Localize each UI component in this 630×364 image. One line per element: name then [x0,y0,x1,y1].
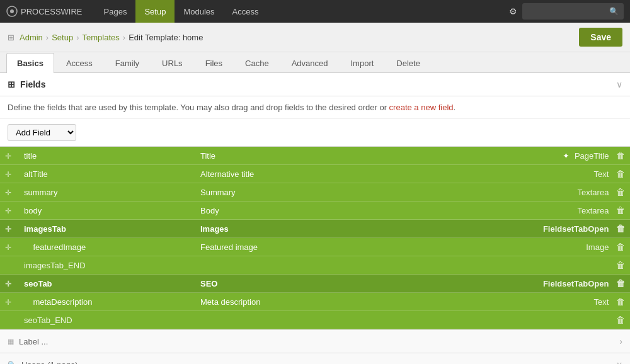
field-label: Featured image [200,242,258,252]
drag-handle-icon[interactable]: ✛ [5,207,11,215]
delete-icon[interactable]: 🗑 [611,242,625,252]
label-section-text: Label ... [19,337,48,346]
tab-urls[interactable]: URLs [151,53,193,73]
table-row: ✛ imagesTab Images FieldsetTabOpen 🗑 [0,220,630,238]
table-row: ✛ metaDescription Meta description Text … [0,293,630,311]
nav-pages[interactable]: Pages [95,0,136,23]
breadcrumb-bar: ⊞ Admin › Setup › Templates › Edit Templ… [0,23,630,52]
table-row: ✛ body Body Textarea 🗑 [0,202,630,220]
tab-basics[interactable]: Basics [6,53,54,73]
field-name: altTitle [24,169,48,179]
drag-handle-icon[interactable]: ✛ [5,298,11,307]
drag-handle-cell: ✛ [0,238,19,256]
delete-icon[interactable]: 🗑 [611,260,625,270]
drag-handle-icon[interactable]: ✛ [5,170,11,179]
nav-access[interactable]: Access [224,0,268,23]
field-name-cell: altTitle [19,165,195,183]
usage-section-header[interactable]: 🔍 Usage (1 page) ... ∨ [0,353,630,364]
drag-handle-icon[interactable]: ✛ [5,225,11,234]
tab-family[interactable]: Family [105,53,150,73]
add-field-row: Add Field [0,119,630,147]
tab-files[interactable]: Files [195,53,233,73]
breadcrumb-setup[interactable]: Setup [52,33,73,42]
field-type-cell: ✦ PageTitle 🗑 [517,147,630,165]
field-delete-cell: 🗑 [517,311,630,329]
nav-modules[interactable]: Modules [175,0,223,23]
field-label: Summary [200,188,236,197]
drag-handle-cell: ✛ [0,147,19,165]
field-name-cell: summary [19,183,195,202]
breadcrumb-templates[interactable]: Templates [83,33,120,42]
field-name: seoTab [24,279,52,288]
field-delete-cell: 🗑 [517,256,630,275]
delete-icon[interactable]: 🗑 [611,315,625,325]
field-type: Text [594,297,609,307]
create-new-field-link[interactable]: create a new field [389,103,454,112]
fields-section-header[interactable]: ⊞ Fields ∨ [0,73,630,96]
main-content: ⊞ Fields ∨ Define the fields that are us… [0,73,630,364]
drag-handle-icon[interactable]: ✛ [5,188,11,197]
wrench-icon[interactable]: ⚙ [509,6,517,16]
add-field-select[interactable]: Add Field [8,124,76,141]
field-type-cell: FieldsetTabOpen 🗑 [517,220,630,238]
field-label: Images [200,224,229,234]
fields-table: ✛ title Title ✦ PageTitle 🗑 ✛ al [0,147,630,329]
table-row: ✛ seoTab SEO FieldsetTabOpen 🗑 [0,275,630,293]
delete-icon[interactable]: 🗑 [611,151,625,161]
save-button-top[interactable]: Save [579,28,622,47]
usage-section: 🔍 Usage (1 page) ... ∨ [0,353,630,364]
label-section-header[interactable]: ▦ Label ... › [0,330,630,353]
delete-icon[interactable]: 🗑 [611,224,625,234]
delete-icon[interactable]: 🗑 [611,187,625,197]
field-label-cell: Meta description [195,293,517,311]
field-name: seoTab_END [24,316,72,325]
field-label: Alternative title [200,169,254,179]
asterisk-icon: ✦ [563,151,570,161]
delete-icon[interactable]: 🗑 [611,278,625,288]
tab-advanced[interactable]: Advanced [281,53,339,73]
field-name-cell: imagesTab_END [19,256,517,275]
label-section: ▦ Label ... › [0,329,630,353]
delete-icon[interactable]: 🗑 [611,205,625,215]
field-type-cell: Textarea 🗑 [517,183,630,202]
fields-chevron-icon: ∨ [616,79,622,89]
field-label: Title [200,151,215,161]
field-type: Image [586,242,609,252]
field-label: SEO [200,279,217,288]
field-type: Textarea [578,188,609,197]
field-type-cell: Text 🗑 [517,165,630,183]
drag-handle-cell: ✛ [0,165,19,183]
search-icon: 🔍 [609,7,619,16]
home-icon: ⊞ [8,33,14,42]
logo-text: PROCESSWIRE [21,7,83,16]
label-chevron-icon: › [619,336,622,346]
fields-desc-text: Define the fields that are used by this … [8,103,387,112]
search-box[interactable]: 🔍 [522,3,624,20]
drag-handle-icon[interactable]: ✛ [5,243,11,252]
field-label-cell: SEO [195,275,517,293]
search-input[interactable] [527,7,609,16]
field-label-cell: Images [195,220,517,238]
field-label-cell: Body [195,202,517,220]
tab-import[interactable]: Import [340,53,384,73]
drag-handle-icon[interactable]: ✛ [5,152,11,161]
field-name: summary [24,188,57,197]
drag-handle-cell: ✛ [0,202,19,220]
field-name-cell: seoTab [19,275,195,293]
tab-cache[interactable]: Cache [234,53,280,73]
field-name-cell: imagesTab [19,220,195,238]
delete-icon[interactable]: 🗑 [611,169,625,179]
field-name-cell: seoTab_END [19,311,517,329]
tab-delete[interactable]: Delete [386,53,431,73]
field-type-cell: Textarea 🗑 [517,202,630,220]
logo: PROCESSWIRE [6,6,83,17]
field-label: Meta description [200,297,260,307]
field-label: Body [200,206,219,215]
field-type-cell: FieldsetTabOpen 🗑 [517,275,630,293]
nav-setup[interactable]: Setup [135,0,175,23]
breadcrumb-admin[interactable]: Admin [20,33,43,42]
tab-access[interactable]: Access [55,53,103,73]
usage-search-icon: 🔍 [8,361,16,365]
delete-icon[interactable]: 🗑 [611,297,625,307]
drag-handle-icon[interactable]: ✛ [5,280,11,288]
